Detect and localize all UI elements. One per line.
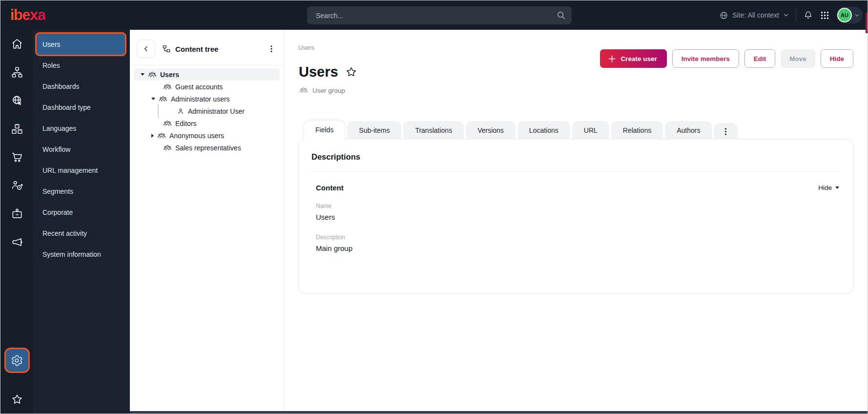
kebab-menu-icon[interactable] <box>266 43 277 55</box>
site-globe-cursor-icon[interactable] <box>11 94 23 107</box>
sidebar-item-workflow[interactable]: Workflow <box>34 139 130 160</box>
sidebar-item-label: Segments <box>42 187 73 195</box>
tab-translations[interactable]: Translations <box>403 121 464 140</box>
field-value: Main group <box>316 244 840 252</box>
content-tree-title: Content tree <box>175 45 218 53</box>
sidebar-item-corporate[interactable]: Corporate <box>34 202 130 223</box>
bell-icon[interactable] <box>803 10 813 21</box>
sidebar-item-label: Workflow <box>42 145 70 153</box>
sidebar-item-languages[interactable]: Languages <box>34 118 130 139</box>
content-structure-icon[interactable] <box>11 66 23 79</box>
tree-item-anonymous-users[interactable]: Anonymous users <box>134 129 280 142</box>
search-input[interactable] <box>307 6 572 24</box>
sidebar-item-label: Recent activity <box>42 229 87 237</box>
tab-label: Authors <box>677 126 700 134</box>
sidebar-item-label: System information <box>42 250 101 258</box>
sidebar-item-label: Dashboard type <box>42 104 91 111</box>
hide-button[interactable]: Hide <box>821 49 853 68</box>
edit-label: Edit <box>754 55 766 62</box>
tab-fields[interactable]: Fields <box>304 120 345 140</box>
create-user-button[interactable]: Create user <box>600 49 666 68</box>
topbar: ibexa Site: All context <box>0 0 868 30</box>
tree-item-administrator-user[interactable]: Administrator User <box>134 105 280 117</box>
sidebar-item-system-information[interactable]: System information <box>34 244 130 265</box>
field-description: Description Main group <box>316 234 840 252</box>
sidebar-item-dashboard-type[interactable]: Dashboard type <box>34 97 130 118</box>
caret-down-icon[interactable] <box>141 73 145 76</box>
collapse-label: Hide <box>818 184 832 191</box>
bookmarks-star-icon[interactable] <box>11 393 23 406</box>
tab-label: Sub-items <box>359 126 390 134</box>
tree-item-sales-representatives[interactable]: Sales representatives <box>134 142 280 154</box>
content-tree-list: Users Guest accounts Administrator users <box>130 65 284 154</box>
content-tree-panel: Content tree Users Guest accounts <box>130 30 284 411</box>
sidebar-item-recent-activity[interactable]: Recent activity <box>34 223 130 244</box>
tab-authors[interactable]: Authors <box>665 121 712 140</box>
sidebar-item-label: Roles <box>42 62 60 69</box>
user-group-icon <box>163 119 172 128</box>
field-name: Name Users <box>316 203 840 221</box>
edit-button[interactable]: Edit <box>744 49 776 68</box>
content-tree-header: Content tree <box>130 30 284 65</box>
sidebar-item-label: Dashboards <box>42 83 80 90</box>
tab-label: Translations <box>415 126 452 134</box>
move-button[interactable]: Move <box>781 49 815 68</box>
vertical-scrollbar-thumb[interactable] <box>866 13 868 33</box>
tab-label: Versions <box>477 126 504 134</box>
search-icon[interactable] <box>556 10 566 20</box>
tab-versions[interactable]: Versions <box>466 121 516 140</box>
home-icon[interactable] <box>11 38 23 50</box>
chevron-down-icon <box>854 13 860 18</box>
sidebar-item-segments[interactable]: Segments <box>34 181 130 202</box>
site-context-selector[interactable]: Site: All context <box>719 11 789 20</box>
sidebar-item-dashboards[interactable]: Dashboards <box>34 76 130 97</box>
hide-label: Hide <box>830 55 844 62</box>
page-title: Users <box>299 64 338 80</box>
plus-icon <box>608 55 616 63</box>
tab-label: Relations <box>623 126 651 134</box>
tree-item-users[interactable]: Users <box>134 68 280 81</box>
main-content: Users Create user Invite members Edit Mo… <box>285 30 868 411</box>
ibexa-logo[interactable]: ibexa <box>10 6 45 24</box>
tab-relations[interactable]: Relations <box>611 121 663 140</box>
sidebar-item-url-management[interactable]: URL management <box>34 160 130 181</box>
sidebar-item-roles[interactable]: Roles <box>34 55 130 76</box>
invite-members-label: Invite members <box>682 55 730 62</box>
product-catalog-boxes-icon[interactable] <box>11 123 23 135</box>
tab-locations[interactable]: Locations <box>517 121 570 140</box>
user-group-icon <box>157 131 166 140</box>
tree-item-label: Sales representatives <box>175 144 241 152</box>
favorite-star-icon[interactable] <box>345 66 357 78</box>
collapse-left-icon[interactable] <box>137 40 155 58</box>
ibexa-admin-window: ibexa Site: All context <box>0 0 868 414</box>
card-divider <box>311 171 840 172</box>
sidebar-item-users[interactable]: Users <box>37 34 125 55</box>
tree-item-editors[interactable]: Editors <box>134 117 280 129</box>
tab-label: Locations <box>529 126 558 134</box>
caret-right-icon[interactable] <box>151 134 154 138</box>
tree-item-administrator-users[interactable]: Administrator users <box>134 93 280 105</box>
tree-item-label: Guest accounts <box>175 83 223 91</box>
commerce-cart-icon[interactable] <box>11 151 23 164</box>
content-group-row: Content Hide <box>316 184 839 192</box>
caret-down-icon[interactable] <box>151 98 155 100</box>
tab-more-kebab-icon[interactable] <box>714 123 738 140</box>
settings-gear-icon[interactable] <box>6 349 28 372</box>
globe-icon <box>719 11 728 20</box>
tree-item-label: Users <box>160 71 179 79</box>
topbar-right-cluster: Site: All context AU <box>719 0 863 30</box>
invite-members-button[interactable]: Invite members <box>672 49 739 68</box>
horizontal-scrollbar[interactable] <box>130 411 868 414</box>
tab-url[interactable]: URL <box>572 121 609 140</box>
tree-item-guest-accounts[interactable]: Guest accounts <box>134 81 280 93</box>
corporate-badge-icon[interactable] <box>11 207 23 220</box>
collapse-toggle[interactable]: Hide <box>818 184 839 191</box>
tab-sub-items[interactable]: Sub-items <box>347 121 401 140</box>
field-label: Name <box>316 203 840 209</box>
personalization-target-icon[interactable] <box>11 179 23 192</box>
topbar-divider <box>796 9 796 21</box>
app-grid-icon[interactable] <box>820 11 829 20</box>
global-search <box>307 6 572 24</box>
marketing-megaphone-icon[interactable] <box>11 236 23 248</box>
user-menu[interactable]: AU <box>836 7 863 23</box>
